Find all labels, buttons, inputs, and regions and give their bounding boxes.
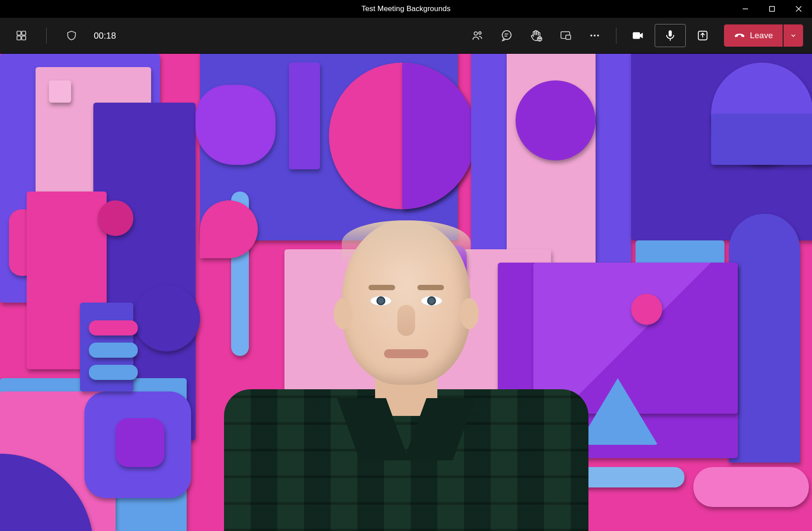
share-icon	[697, 30, 708, 41]
svg-rect-4	[17, 31, 21, 35]
svg-point-19	[594, 35, 596, 36]
camera-button[interactable]	[625, 24, 650, 47]
gallery-view-button[interactable]	[9, 24, 34, 47]
people-icon	[471, 29, 484, 42]
svg-rect-6	[17, 36, 21, 40]
svg-rect-17	[566, 35, 571, 40]
video-stage	[0, 54, 812, 531]
window-maximize-button[interactable]	[759, 0, 785, 18]
meeting-timer: 00:18	[94, 31, 116, 41]
svg-rect-21	[633, 32, 640, 39]
reactions-button[interactable]	[524, 24, 548, 47]
shield-icon	[66, 30, 77, 41]
maximize-icon	[769, 6, 775, 12]
close-icon	[796, 6, 802, 12]
people-button[interactable]	[465, 24, 490, 47]
window-close-button[interactable]	[785, 0, 812, 18]
privacy-shield-button[interactable]	[59, 24, 84, 47]
hangup-icon	[734, 30, 745, 41]
window-title: Test Meeting Backgrounds	[361, 4, 450, 13]
self-video-tile[interactable]	[224, 212, 588, 531]
rooms-button[interactable]	[553, 24, 578, 47]
window-minimize-button[interactable]	[732, 0, 759, 18]
svg-rect-5	[22, 31, 26, 35]
svg-point-9	[479, 32, 481, 34]
toolbar-separator	[616, 28, 616, 44]
microphone-icon	[664, 29, 676, 42]
leave-label: Leave	[750, 31, 773, 40]
minimize-icon	[742, 6, 748, 12]
more-actions-button[interactable]	[582, 24, 607, 47]
svg-point-8	[474, 32, 477, 35]
share-content-button[interactable]	[690, 24, 715, 47]
chat-button[interactable]	[494, 24, 519, 47]
chat-icon	[500, 29, 513, 42]
svg-point-14	[538, 38, 539, 39]
svg-rect-1	[770, 7, 775, 12]
svg-point-15	[540, 38, 541, 39]
breakout-rooms-icon	[560, 30, 571, 41]
svg-rect-7	[22, 36, 26, 40]
meeting-toolbar: 00:18	[0, 18, 812, 54]
raise-hand-icon	[529, 29, 543, 42]
grid-icon	[16, 30, 27, 41]
microphone-button[interactable]	[655, 24, 686, 47]
svg-point-18	[590, 35, 592, 36]
chevron-down-icon	[790, 32, 797, 39]
more-icon	[589, 30, 600, 41]
toolbar-separator	[46, 28, 47, 44]
leave-button[interactable]: Leave	[724, 24, 783, 47]
camera-icon	[631, 29, 644, 42]
svg-point-20	[597, 35, 599, 36]
person-collar	[362, 398, 451, 443]
leave-options-button[interactable]	[784, 24, 803, 47]
person-head	[342, 220, 471, 385]
window-controls	[732, 0, 812, 18]
svg-rect-22	[669, 30, 672, 36]
svg-point-10	[502, 31, 511, 40]
titlebar: Test Meeting Backgrounds	[0, 0, 812, 18]
